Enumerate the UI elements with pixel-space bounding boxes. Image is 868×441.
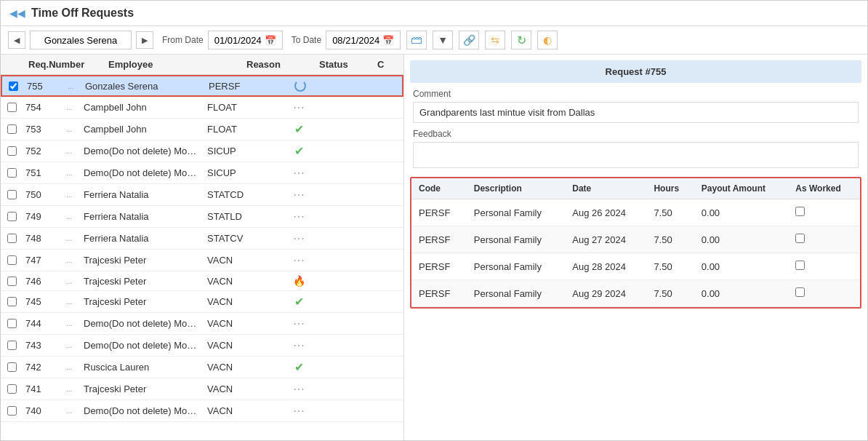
detail-hours: 7.50 <box>646 199 694 226</box>
row-checkbox-cell[interactable] <box>1 297 23 306</box>
row-checkbox[interactable] <box>7 212 17 221</box>
table-row[interactable]: 747 ... Trajceski Peter VACN ⋯ <box>1 250 403 271</box>
table-row[interactable]: 754 ... Campbell John FLOAT ⋯ <box>1 97 403 119</box>
detail-hours: 7.50 <box>646 226 694 253</box>
detail-as-worked-checkbox[interactable] <box>795 287 805 297</box>
table-row[interactable]: 740 ... Demo(Do not delete) Mobile VACN … <box>1 400 403 422</box>
row-checkbox-cell[interactable] <box>1 124 23 134</box>
detail-as-worked-checkbox[interactable] <box>795 261 805 270</box>
row-checkbox-cell[interactable] <box>1 146 23 156</box>
row-checkbox[interactable] <box>7 277 17 286</box>
detail-date: Aug 29 2024 <box>565 280 646 307</box>
table-row[interactable]: 743 ... Demo(Do not delete) Mobile VACN … <box>1 335 403 357</box>
row-employee: Ferriera Natalia <box>81 189 204 200</box>
row-reason: VACN <box>204 318 277 329</box>
row-reason: VACN <box>204 405 277 416</box>
row-checkbox[interactable] <box>9 82 18 91</box>
row-checkbox-cell[interactable] <box>1 212 23 221</box>
row-checkbox-cell[interactable] <box>1 406 23 416</box>
row-checkbox-cell[interactable] <box>1 277 23 286</box>
to-date-calendar-icon[interactable]: 📅 <box>382 35 394 46</box>
sync-button[interactable]: ⇆ <box>485 31 505 49</box>
table-row[interactable]: 755 ... Gonzales Serena PERSF <box>1 75 403 97</box>
row-reason: VACN <box>204 276 277 287</box>
detail-code: PERSF <box>411 280 467 307</box>
row-checkbox-cell[interactable] <box>1 103 23 112</box>
detail-payout-amount: 0.00 <box>694 280 788 307</box>
detail-table-row: PERSF Personal Family Aug 26 2024 7.50 0… <box>411 199 860 226</box>
detail-table-row: PERSF Personal Family Aug 29 2024 7.50 0… <box>411 280 860 307</box>
to-date-input[interactable]: 08/21/2024 📅 <box>326 31 401 49</box>
row-checkbox[interactable] <box>7 341 17 350</box>
table-row[interactable]: 748 ... Ferriera Natalia STATCV ⋯ <box>1 228 403 250</box>
detail-col-hours: Hours <box>646 178 694 199</box>
row-req-number: 748 <box>23 233 66 244</box>
row-checkbox[interactable] <box>7 190 17 199</box>
row-checkbox[interactable] <box>7 146 17 156</box>
row-reason: VACN <box>204 340 277 351</box>
table-row[interactable]: 750 ... Ferriera Natalia STATCD ⋯ <box>1 184 403 206</box>
table-row[interactable]: 751 ... Demo(Do not delete) Mobile SICUP… <box>1 162 403 184</box>
row-reason: FLOAT <box>204 124 277 135</box>
row-checkbox[interactable] <box>7 384 17 394</box>
table-row[interactable]: 749 ... Ferriera Natalia STATLD ⋯ <box>1 206 403 228</box>
row-checkbox-cell[interactable] <box>1 234 23 243</box>
row-checkbox[interactable] <box>7 362 17 372</box>
row-checkbox[interactable] <box>7 234 17 243</box>
detail-table-row: PERSF Personal Family Aug 28 2024 7.50 0… <box>411 253 860 280</box>
row-checkbox[interactable] <box>7 168 17 178</box>
table-row[interactable]: 752 ... Demo(Do not delete) Mobile SICUP… <box>1 140 403 162</box>
table-row[interactable]: 745 ... Trajceski Peter VACN ✔ <box>1 291 403 313</box>
prev-employee-button[interactable]: ◀ <box>8 31 25 49</box>
detail-description: Personal Family <box>467 280 565 307</box>
table-row[interactable]: 753 ... Campbell John FLOAT ✔ <box>1 119 403 140</box>
row-checkbox[interactable] <box>7 319 17 328</box>
row-checkbox[interactable] <box>7 103 17 112</box>
row-reason: PERSF <box>206 81 278 92</box>
feedback-text[interactable] <box>413 142 859 168</box>
status-check-icon: ✔ <box>294 122 304 136</box>
back-arrows-icon[interactable]: ◀◀ <box>9 7 25 19</box>
row-status: ⋯ <box>277 210 321 223</box>
feedback-label: Feedback <box>413 129 859 139</box>
status-fire-icon: 🔥 <box>293 275 305 287</box>
row-checkbox-cell[interactable] <box>2 82 24 91</box>
detail-as-worked-checkbox[interactable] <box>795 234 805 243</box>
row-employee: Campbell John <box>81 102 204 113</box>
table-row[interactable]: 741 ... Trajceski Peter VACN ⋯ <box>1 378 403 400</box>
next-employee-button[interactable]: ▶ <box>136 31 153 49</box>
row-employee: Trajceski Peter <box>81 255 204 266</box>
table-row[interactable]: 746 ... Trajceski Peter VACN 🔥 <box>1 271 403 291</box>
row-checkbox-cell[interactable] <box>1 341 23 350</box>
row-checkbox[interactable] <box>7 124 17 134</box>
detail-as-worked-checkbox[interactable] <box>795 207 805 216</box>
col-header-c: C <box>371 59 401 70</box>
row-checkbox[interactable] <box>7 297 17 306</box>
link-button[interactable]: 🔗 <box>459 31 479 49</box>
from-date-calendar-icon[interactable]: 📅 <box>265 35 276 46</box>
row-checkbox-cell[interactable] <box>1 319 23 328</box>
row-ellipsis: ... <box>66 191 81 199</box>
refresh-button[interactable]: ↻ <box>511 31 531 49</box>
row-checkbox[interactable] <box>7 406 17 416</box>
row-checkbox-cell[interactable] <box>1 190 23 199</box>
row-reason: SICUP <box>204 167 277 178</box>
detail-table-row: PERSF Personal Family Aug 27 2024 7.50 0… <box>411 226 860 253</box>
row-req-number: 751 <box>23 167 66 178</box>
row-checkbox-cell[interactable] <box>1 255 23 265</box>
row-checkbox-cell[interactable] <box>1 384 23 394</box>
database-button[interactable]: 🗃 <box>406 31 427 49</box>
row-checkbox-cell[interactable] <box>1 168 23 178</box>
row-ellipsis: ... <box>66 298 81 306</box>
row-checkbox-cell[interactable] <box>1 362 23 372</box>
row-checkbox[interactable] <box>7 255 17 265</box>
row-status: ⋯ <box>277 231 321 245</box>
from-date-input[interactable]: 01/01/2024 📅 <box>208 31 283 49</box>
table-row[interactable]: 744 ... Demo(Do not delete) Mobile VACN … <box>1 313 403 335</box>
filter-button[interactable]: ▼ <box>433 31 453 49</box>
table-row[interactable]: 742 ... Ruscica Lauren VACN ✔ <box>1 357 403 378</box>
detail-payout-amount: 0.00 <box>694 226 788 253</box>
history-button[interactable]: ◐ <box>537 31 558 49</box>
table-header: Req.Number Employee Reason Status C <box>1 55 403 75</box>
row-status: ⋯ <box>277 253 321 267</box>
